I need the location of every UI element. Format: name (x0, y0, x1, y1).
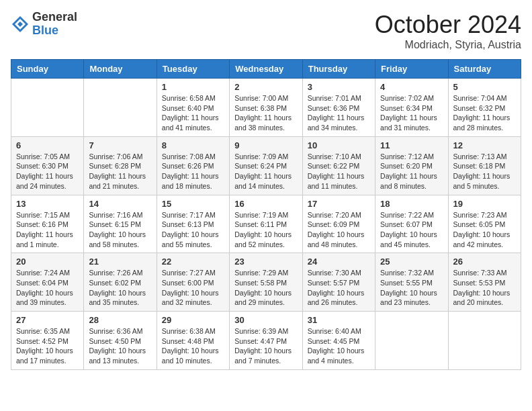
day-number: 4 (380, 82, 443, 92)
page-header: General Blue October 2024 Modriach, Styr… (11, 11, 521, 51)
calendar-cell: 22Sunrise: 7:27 AMSunset: 6:00 PMDayligh… (157, 253, 229, 312)
weekday-header: Thursday (302, 60, 375, 79)
calendar-cell: 8Sunrise: 7:08 AMSunset: 6:26 PMDaylight… (157, 136, 229, 195)
day-number: 13 (16, 199, 79, 209)
calendar-cell: 14Sunrise: 7:16 AMSunset: 6:15 PMDayligh… (84, 195, 157, 253)
day-number: 9 (234, 140, 297, 150)
day-info: Sunrise: 7:27 AMSunset: 6:00 PMDaylight:… (162, 268, 224, 308)
calendar-week-row: 20Sunrise: 7:24 AMSunset: 6:04 PMDayligh… (11, 253, 521, 312)
day-number: 1 (162, 82, 224, 92)
day-info: Sunrise: 7:16 AMSunset: 6:15 PMDaylight:… (89, 210, 151, 250)
calendar-cell (11, 79, 84, 137)
day-number: 2 (234, 82, 297, 92)
calendar-week-row: 27Sunrise: 6:35 AMSunset: 4:52 PMDayligh… (11, 312, 521, 370)
day-info: Sunrise: 6:36 AMSunset: 4:50 PMDaylight:… (89, 326, 151, 366)
day-info: Sunrise: 7:26 AMSunset: 6:02 PMDaylight:… (89, 268, 151, 308)
calendar-cell: 26Sunrise: 7:33 AMSunset: 5:53 PMDayligh… (448, 253, 521, 312)
calendar-cell: 25Sunrise: 7:32 AMSunset: 5:55 PMDayligh… (375, 253, 448, 312)
day-info: Sunrise: 7:22 AMSunset: 6:07 PMDaylight:… (380, 210, 443, 250)
calendar-cell: 5Sunrise: 7:04 AMSunset: 6:32 PMDaylight… (448, 79, 521, 137)
day-info: Sunrise: 7:29 AMSunset: 5:58 PMDaylight:… (234, 268, 297, 308)
calendar-cell: 17Sunrise: 7:20 AMSunset: 6:09 PMDayligh… (302, 195, 375, 253)
calendar-cell: 29Sunrise: 6:38 AMSunset: 4:48 PMDayligh… (157, 312, 229, 370)
calendar-cell: 31Sunrise: 6:40 AMSunset: 4:45 PMDayligh… (302, 312, 375, 370)
calendar-week-row: 1Sunrise: 6:58 AMSunset: 6:40 PMDaylight… (11, 79, 521, 137)
day-info: Sunrise: 7:06 AMSunset: 6:28 PMDaylight:… (89, 152, 151, 191)
day-info: Sunrise: 7:33 AMSunset: 5:53 PMDaylight:… (453, 268, 516, 308)
day-info: Sunrise: 7:10 AMSunset: 6:22 PMDaylight:… (308, 152, 370, 191)
day-number: 17 (308, 199, 370, 209)
day-number: 12 (453, 140, 516, 150)
day-number: 5 (453, 82, 516, 92)
day-info: Sunrise: 7:15 AMSunset: 6:16 PMDaylight:… (16, 210, 79, 250)
day-info: Sunrise: 7:24 AMSunset: 6:04 PMDaylight:… (16, 268, 79, 308)
day-number: 6 (16, 140, 79, 150)
weekday-header: Saturday (448, 60, 521, 79)
day-number: 8 (162, 140, 224, 150)
day-number: 26 (453, 257, 516, 267)
calendar-cell: 23Sunrise: 7:29 AMSunset: 5:58 PMDayligh… (230, 253, 302, 312)
day-info: Sunrise: 6:35 AMSunset: 4:52 PMDaylight:… (16, 326, 79, 366)
day-info: Sunrise: 7:01 AMSunset: 6:36 PMDaylight:… (308, 93, 370, 133)
day-number: 20 (16, 257, 79, 267)
calendar-cell: 13Sunrise: 7:15 AMSunset: 6:16 PMDayligh… (11, 195, 84, 253)
day-info: Sunrise: 7:32 AMSunset: 5:55 PMDaylight:… (380, 268, 443, 308)
calendar-cell: 24Sunrise: 7:30 AMSunset: 5:57 PMDayligh… (302, 253, 375, 312)
logo-general-text: General (32, 11, 77, 24)
weekday-header: Wednesday (230, 60, 302, 79)
logo-text: General Blue (32, 11, 77, 38)
day-number: 16 (234, 199, 297, 209)
weekday-header-row: SundayMondayTuesdayWednesdayThursdayFrid… (11, 60, 521, 79)
calendar-cell: 9Sunrise: 7:09 AMSunset: 6:24 PMDaylight… (230, 136, 302, 195)
calendar-cell (84, 79, 157, 137)
day-number: 31 (308, 315, 370, 325)
calendar-cell: 27Sunrise: 6:35 AMSunset: 4:52 PMDayligh… (11, 312, 84, 370)
day-number: 21 (89, 257, 151, 267)
logo: General Blue (11, 11, 77, 38)
calendar-cell: 3Sunrise: 7:01 AMSunset: 6:36 PMDaylight… (302, 79, 375, 137)
day-number: 29 (162, 315, 224, 325)
day-info: Sunrise: 7:12 AMSunset: 6:20 PMDaylight:… (380, 152, 443, 191)
location-subtitle: Modriach, Styria, Austria (375, 39, 521, 51)
weekday-header: Friday (375, 60, 448, 79)
day-number: 28 (89, 315, 151, 325)
day-info: Sunrise: 6:38 AMSunset: 4:48 PMDaylight:… (162, 326, 224, 366)
calendar-cell: 7Sunrise: 7:06 AMSunset: 6:28 PMDaylight… (84, 136, 157, 195)
day-number: 27 (16, 315, 79, 325)
day-info: Sunrise: 6:58 AMSunset: 6:40 PMDaylight:… (162, 93, 224, 133)
day-info: Sunrise: 7:05 AMSunset: 6:30 PMDaylight:… (16, 152, 79, 191)
day-number: 19 (453, 199, 516, 209)
day-number: 24 (308, 257, 370, 267)
weekday-header: Monday (84, 60, 157, 79)
day-info: Sunrise: 7:02 AMSunset: 6:34 PMDaylight:… (380, 93, 443, 133)
calendar-cell: 28Sunrise: 6:36 AMSunset: 4:50 PMDayligh… (84, 312, 157, 370)
calendar-cell: 18Sunrise: 7:22 AMSunset: 6:07 PMDayligh… (375, 195, 448, 253)
day-info: Sunrise: 7:20 AMSunset: 6:09 PMDaylight:… (308, 210, 370, 250)
day-info: Sunrise: 7:19 AMSunset: 6:11 PMDaylight:… (234, 210, 297, 250)
day-info: Sunrise: 7:08 AMSunset: 6:26 PMDaylight:… (162, 152, 224, 191)
day-number: 22 (162, 257, 224, 267)
calendar-cell: 1Sunrise: 6:58 AMSunset: 6:40 PMDaylight… (157, 79, 229, 137)
day-info: Sunrise: 7:04 AMSunset: 6:32 PMDaylight:… (453, 93, 516, 133)
day-number: 25 (380, 257, 443, 267)
day-info: Sunrise: 7:09 AMSunset: 6:24 PMDaylight:… (234, 152, 297, 191)
calendar-cell: 2Sunrise: 7:00 AMSunset: 6:38 PMDaylight… (230, 79, 302, 137)
day-number: 3 (308, 82, 370, 92)
day-info: Sunrise: 7:23 AMSunset: 6:05 PMDaylight:… (453, 210, 516, 250)
day-number: 15 (162, 199, 224, 209)
calendar-cell (448, 312, 521, 370)
day-number: 23 (234, 257, 297, 267)
calendar-cell: 4Sunrise: 7:02 AMSunset: 6:34 PMDaylight… (375, 79, 448, 137)
day-number: 14 (89, 199, 151, 209)
day-info: Sunrise: 7:13 AMSunset: 6:18 PMDaylight:… (453, 152, 516, 191)
calendar-cell: 6Sunrise: 7:05 AMSunset: 6:30 PMDaylight… (11, 136, 84, 195)
calendar-cell: 30Sunrise: 6:39 AMSunset: 4:47 PMDayligh… (230, 312, 302, 370)
calendar-week-row: 6Sunrise: 7:05 AMSunset: 6:30 PMDaylight… (11, 136, 521, 195)
day-info: Sunrise: 6:39 AMSunset: 4:47 PMDaylight:… (234, 326, 297, 366)
calendar-week-row: 13Sunrise: 7:15 AMSunset: 6:16 PMDayligh… (11, 195, 521, 253)
day-info: Sunrise: 7:30 AMSunset: 5:57 PMDaylight:… (308, 268, 370, 308)
calendar-cell: 21Sunrise: 7:26 AMSunset: 6:02 PMDayligh… (84, 253, 157, 312)
day-number: 18 (380, 199, 443, 209)
month-title: October 2024 (375, 11, 521, 39)
calendar-table: SundayMondayTuesdayWednesdayThursdayFrid… (11, 59, 521, 370)
